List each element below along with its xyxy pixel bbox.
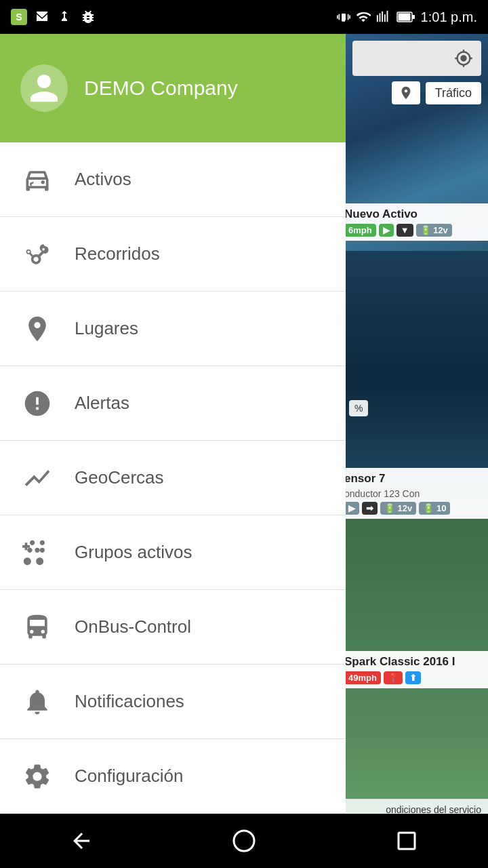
sidebar-item-configuracion[interactable]: Configuración [0,739,346,814]
place-marker-icon [399,85,413,100]
alertas-label: Alertas [75,393,129,414]
status-icons-right: 1:01 p.m. [337,9,477,25]
status-time: 1:01 p.m. [421,9,477,25]
place-icon [20,312,54,346]
company-name: DEMO Company [84,77,238,100]
vehicle-name-1: Nuevo Activo [346,208,483,221]
recorridos-label: Recorridos [75,243,160,264]
sidebar-item-onbus-control[interactable]: OnBus-Control [0,590,346,665]
svg-rect-3 [398,14,410,21]
status-icons-left: S [11,9,96,25]
map-panel[interactable]: Tráfico Nuevo Activo 6mph ▶ ▼ 🔋 12v % en… [346,34,488,868]
home-button[interactable] [217,821,271,861]
lugares-label: Lugares [75,318,138,339]
vibrate-icon [337,10,350,24]
car-icon [20,163,54,197]
configuracion-label: Configuración [75,766,183,787]
geocercas-label: GeoCercas [75,467,164,488]
navigation-drawer: DEMO Company Activos Recorridos [0,34,346,868]
map-controls: Tráfico [346,81,488,104]
speed-badge-3: 49mph [346,671,381,684]
sidebar-item-alertas[interactable]: Alertas [0,366,346,441]
svg-point-5 [234,831,254,851]
alert-icon [20,387,54,420]
sidebar-item-activos[interactable]: Activos [0,142,346,217]
up-badge-3: ⬆ [405,671,421,684]
sidebar-item-recorridos[interactable]: Recorridos [0,217,346,292]
battery-badge-2a: 🔋 12v [380,502,416,515]
battery-badge-1: 🔋 12v [416,224,452,237]
bell-icon [20,685,54,719]
person-icon [27,71,61,105]
s-icon: S [11,9,27,25]
direction-badge-1: ▼ [396,224,413,237]
vehicle-card-nuevo-activo[interactable]: Nuevo Activo 6mph ▶ ▼ 🔋 12v [346,203,488,241]
settings-icon [20,760,54,793]
vehicle-sub-2: onductor 123 Con [346,488,483,499]
traffic-button[interactable]: Tráfico [426,82,481,104]
grupos-activos-label: Grupos activos [75,542,192,563]
pin-badge-3: 📍 [384,671,403,684]
back-button[interactable] [54,821,108,861]
arrow-badge-2a: ▶ [346,502,359,515]
route-icon [20,237,54,271]
gps-badge-1: ▶ [379,224,394,237]
sidebar-item-geocercas[interactable]: GeoCercas [0,441,346,515]
bug-icon [80,9,96,25]
vehicle-name-2: ensor 7 [346,472,483,486]
arrow-badge-2b: ➡ [362,502,378,515]
vehicle-badges-3: 49mph 📍 ⬆ [346,671,483,684]
vehicle-card-sensor7[interactable]: ensor 7 onductor 123 Con ▶ ➡ 🔋 12v 🔋 10 [346,468,488,519]
vehicle-card-spark[interactable]: Spark Classic 2016 I 49mph 📍 ⬆ [346,651,488,688]
onbus-control-label: OnBus-Control [75,616,191,637]
bus-icon [20,610,54,644]
avatar [20,64,68,112]
percent-overlay: % [349,400,368,416]
sidebar-item-lugares[interactable]: Lugares [0,292,346,366]
notificaciones-label: Notificaciones [75,691,184,712]
activos-label: Activos [75,169,131,190]
battery-icon [396,10,415,24]
geocerca-icon [20,461,54,495]
recents-icon [394,829,419,853]
place-button[interactable] [392,81,420,104]
wifi-icon [356,9,371,24]
recents-button[interactable] [380,821,434,861]
back-icon [69,829,94,853]
svg-text:S: S [16,12,22,22]
speed-badge-1: 6mph [346,224,376,237]
sidebar-item-grupos-activos[interactable]: Grupos activos [0,515,346,590]
home-icon [232,829,256,853]
email-icon [34,9,50,25]
search-input[interactable] [352,41,481,76]
main-layout: DEMO Company Activos Recorridos [0,34,488,868]
drawer-menu: Activos Recorridos Lugares [0,142,346,868]
vehicle-badges-2: ▶ ➡ 🔋 12v 🔋 10 [346,502,483,515]
battery-badge-2b: 🔋 10 [419,502,450,515]
groups-icon [20,536,54,570]
location-target-icon[interactable] [454,49,473,68]
svg-rect-6 [399,833,415,849]
map-search-bar [346,41,488,76]
svg-rect-4 [412,15,415,19]
status-bar: S 1:01 p.m. [0,0,488,34]
vehicle-badges-1: 6mph ▶ ▼ 🔋 12v [346,224,483,237]
usb-icon [57,9,73,25]
signal-icon [376,9,391,24]
drawer-header: DEMO Company [0,34,346,142]
bottom-nav [0,814,488,868]
sidebar-item-notificaciones[interactable]: Notificaciones [0,665,346,739]
vehicle-name-3: Spark Classic 2016 I [346,655,483,669]
